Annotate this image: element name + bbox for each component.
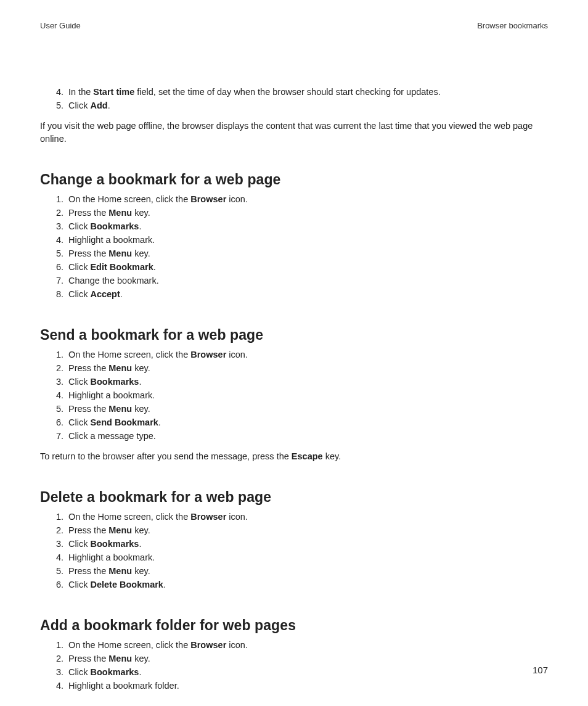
step-item: Click Edit Bookmark. bbox=[66, 261, 548, 274]
intro-steps-list: In the Start time field, set the time of… bbox=[40, 86, 548, 112]
intro-step: In the Start time field, set the time of… bbox=[66, 86, 548, 99]
step-item: Click Send Bookmark. bbox=[66, 416, 548, 429]
bold-term: Bookmarks bbox=[90, 539, 139, 549]
step-item: Click Accept. bbox=[66, 288, 548, 301]
step-item: Highlight a bookmark. bbox=[66, 389, 548, 402]
step-item: Highlight a bookmark. bbox=[66, 234, 548, 247]
step-item: Press the Menu key. bbox=[66, 362, 548, 375]
section-heading: Delete a bookmark for a web page bbox=[40, 489, 548, 506]
bold-term: Bookmarks bbox=[90, 221, 139, 231]
steps-list: On the Home screen, click the Browser ic… bbox=[40, 511, 548, 591]
step-item: Press the Menu key. bbox=[66, 652, 548, 665]
bold-term: Menu bbox=[108, 363, 132, 373]
bold-term: Edit Bookmark bbox=[90, 262, 153, 272]
bold-term: Start time bbox=[93, 87, 134, 97]
step-item: On the Home screen, click the Browser ic… bbox=[66, 511, 548, 523]
bold-term: Accept bbox=[90, 289, 120, 299]
page-header: User Guide Browser bookmarks bbox=[40, 21, 548, 30]
bold-term: Browser bbox=[190, 512, 226, 522]
page-number: 107 bbox=[533, 665, 548, 675]
bold-term: Add bbox=[90, 101, 107, 110]
step-item: Click Bookmarks. bbox=[66, 538, 548, 551]
section-heading: Add a bookmark folder for web pages bbox=[40, 617, 548, 634]
steps-list: On the Home screen, click the Browser ic… bbox=[40, 193, 548, 301]
step-item: Press the Menu key. bbox=[66, 565, 548, 578]
step-item: Press the Menu key. bbox=[66, 524, 548, 537]
step-item: Press the Menu key. bbox=[66, 247, 548, 260]
bold-term: Menu bbox=[108, 525, 132, 535]
bold-term: Menu bbox=[108, 248, 132, 258]
step-item: On the Home screen, click the Browser ic… bbox=[66, 193, 548, 206]
bold-term: Browser bbox=[190, 350, 226, 359]
header-right: Browser bookmarks bbox=[477, 21, 548, 30]
section-followup-paragraph: To return to the browser after you send … bbox=[40, 450, 548, 463]
step-item: Highlight a bookmark. bbox=[66, 551, 548, 564]
steps-list: On the Home screen, click the Browser ic… bbox=[40, 639, 548, 692]
intro-followup-paragraph: If you visit the web page offline, the b… bbox=[40, 120, 548, 146]
step-item: Click a message type. bbox=[66, 430, 548, 443]
step-item: On the Home screen, click the Browser ic… bbox=[66, 348, 548, 361]
step-item: Press the Menu key. bbox=[66, 207, 548, 220]
page: User Guide Browser bookmarks In the Star… bbox=[0, 0, 588, 706]
step-item: Press the Menu key. bbox=[66, 403, 548, 416]
step-item: Highlight a bookmark folder. bbox=[66, 679, 548, 692]
bold-term: Menu bbox=[108, 654, 132, 663]
header-left: User Guide bbox=[40, 21, 81, 30]
intro-step: Click Add. bbox=[66, 99, 548, 112]
bold-term: Menu bbox=[108, 566, 132, 576]
step-item: Click Delete Bookmark. bbox=[66, 578, 548, 591]
bold-term: Menu bbox=[108, 404, 132, 414]
step-item: On the Home screen, click the Browser ic… bbox=[66, 639, 548, 652]
bold-term: Menu bbox=[108, 208, 132, 218]
section-heading: Send a bookmark for a web page bbox=[40, 327, 548, 343]
step-item: Click Bookmarks. bbox=[66, 220, 548, 233]
step-item: Change the bookmark. bbox=[66, 274, 548, 287]
step-item: Click Bookmarks. bbox=[66, 666, 548, 679]
bold-term: Browser bbox=[190, 640, 226, 650]
bold-term: Delete Bookmark bbox=[90, 580, 163, 589]
steps-list: On the Home screen, click the Browser ic… bbox=[40, 348, 548, 443]
bold-term: Escape bbox=[292, 451, 323, 461]
step-item: Click Bookmarks. bbox=[66, 376, 548, 388]
section-heading: Change a bookmark for a web page bbox=[40, 171, 548, 188]
bold-term: Bookmarks bbox=[90, 377, 139, 387]
bold-term: Browser bbox=[190, 194, 226, 204]
bold-term: Send Bookmark bbox=[90, 417, 158, 427]
bold-term: Bookmarks bbox=[90, 667, 139, 677]
